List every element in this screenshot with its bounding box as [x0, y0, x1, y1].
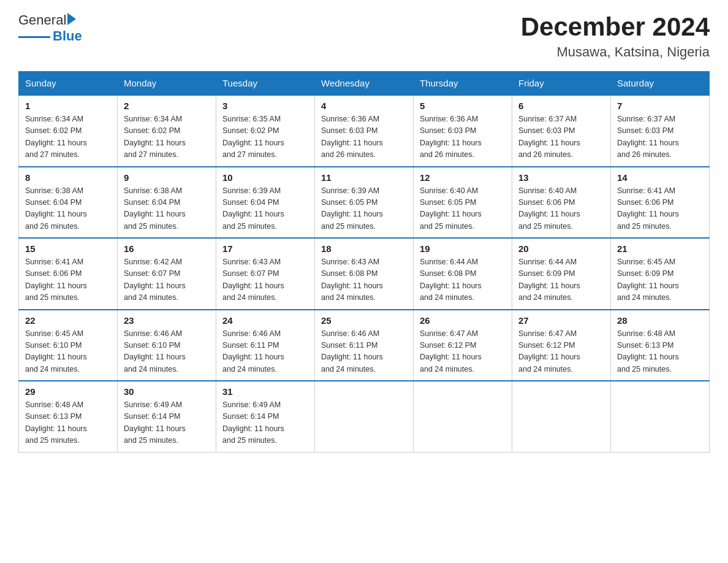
calendar-day-cell: 11Sunrise: 6:39 AMSunset: 6:05 PMDayligh…	[315, 167, 414, 239]
day-info: Sunrise: 6:37 AMSunset: 6:03 PMDaylight:…	[518, 113, 604, 161]
day-info: Sunrise: 6:47 AMSunset: 6:12 PMDaylight:…	[420, 328, 506, 376]
day-info: Sunrise: 6:34 AMSunset: 6:02 PMDaylight:…	[25, 113, 111, 161]
day-info: Sunrise: 6:40 AMSunset: 6:05 PMDaylight:…	[420, 185, 506, 233]
day-info: Sunrise: 6:46 AMSunset: 6:11 PMDaylight:…	[222, 328, 308, 376]
calendar-day-cell: 22Sunrise: 6:45 AMSunset: 6:10 PMDayligh…	[19, 310, 118, 381]
day-info: Sunrise: 6:40 AMSunset: 6:06 PMDaylight:…	[518, 185, 604, 233]
calendar-day-cell: 3Sunrise: 6:35 AMSunset: 6:02 PMDaylight…	[216, 95, 315, 167]
day-info: Sunrise: 6:35 AMSunset: 6:02 PMDaylight:…	[222, 113, 308, 161]
calendar-day-cell: 8Sunrise: 6:38 AMSunset: 6:04 PMDaylight…	[19, 167, 118, 239]
calendar-header-row: SundayMondayTuesdayWednesdayThursdayFrid…	[19, 72, 710, 96]
calendar-day-cell	[414, 381, 512, 452]
day-info: Sunrise: 6:38 AMSunset: 6:04 PMDaylight:…	[124, 185, 210, 233]
calendar-day-cell: 1Sunrise: 6:34 AMSunset: 6:02 PMDaylight…	[19, 95, 118, 167]
calendar-week-row: 15Sunrise: 6:41 AMSunset: 6:06 PMDayligh…	[19, 238, 710, 310]
day-number: 18	[321, 243, 407, 254]
day-number: 9	[124, 172, 210, 183]
day-info: Sunrise: 6:43 AMSunset: 6:07 PMDaylight:…	[222, 256, 308, 304]
calendar-day-cell: 12Sunrise: 6:40 AMSunset: 6:05 PMDayligh…	[414, 167, 512, 239]
day-info: Sunrise: 6:46 AMSunset: 6:10 PMDaylight:…	[124, 328, 210, 376]
day-info: Sunrise: 6:37 AMSunset: 6:03 PMDaylight:…	[617, 113, 703, 161]
day-info: Sunrise: 6:49 AMSunset: 6:14 PMDaylight:…	[222, 399, 308, 447]
day-number: 23	[124, 315, 210, 326]
day-info: Sunrise: 6:36 AMSunset: 6:03 PMDaylight:…	[420, 113, 506, 161]
calendar-title-group: December 2024 Musawa, Katsina, Nigeria	[521, 12, 710, 60]
calendar-day-cell: 4Sunrise: 6:36 AMSunset: 6:03 PMDaylight…	[315, 95, 414, 167]
day-info: Sunrise: 6:34 AMSunset: 6:02 PMDaylight:…	[124, 113, 210, 161]
calendar-day-cell: 20Sunrise: 6:44 AMSunset: 6:09 PMDayligh…	[512, 238, 611, 310]
day-number: 4	[321, 101, 407, 111]
calendar-month-year: December 2024	[521, 12, 710, 42]
page-header: General Blue December 2024 Musawa, Katsi…	[18, 12, 710, 60]
calendar-day-cell: 31Sunrise: 6:49 AMSunset: 6:14 PMDayligh…	[216, 381, 315, 452]
calendar-day-cell: 7Sunrise: 6:37 AMSunset: 6:03 PMDaylight…	[611, 95, 710, 167]
day-number: 12	[420, 172, 506, 183]
day-number: 1	[25, 101, 111, 111]
day-number: 29	[25, 386, 111, 397]
calendar-location: Musawa, Katsina, Nigeria	[521, 44, 710, 60]
day-info: Sunrise: 6:44 AMSunset: 6:09 PMDaylight:…	[518, 256, 604, 304]
calendar-day-cell: 6Sunrise: 6:37 AMSunset: 6:03 PMDaylight…	[512, 95, 611, 167]
weekday-header-tuesday: Tuesday	[216, 72, 315, 96]
calendar-day-cell: 28Sunrise: 6:48 AMSunset: 6:13 PMDayligh…	[611, 310, 710, 381]
calendar-day-cell: 25Sunrise: 6:46 AMSunset: 6:11 PMDayligh…	[315, 310, 414, 381]
logo-triangle-icon	[67, 13, 76, 25]
day-number: 31	[222, 386, 308, 397]
weekday-header-saturday: Saturday	[611, 72, 710, 96]
day-number: 3	[222, 101, 308, 111]
calendar-day-cell: 19Sunrise: 6:44 AMSunset: 6:08 PMDayligh…	[414, 238, 512, 310]
day-number: 20	[518, 243, 604, 254]
logo: General Blue	[18, 12, 82, 44]
calendar-day-cell: 14Sunrise: 6:41 AMSunset: 6:06 PMDayligh…	[611, 167, 710, 239]
day-info: Sunrise: 6:45 AMSunset: 6:09 PMDaylight:…	[617, 256, 703, 304]
calendar-day-cell: 2Sunrise: 6:34 AMSunset: 6:02 PMDaylight…	[118, 95, 216, 167]
calendar-day-cell: 21Sunrise: 6:45 AMSunset: 6:09 PMDayligh…	[611, 238, 710, 310]
day-info: Sunrise: 6:43 AMSunset: 6:08 PMDaylight:…	[321, 256, 407, 304]
logo-blue-text: Blue	[53, 28, 82, 44]
weekday-header-wednesday: Wednesday	[315, 72, 414, 96]
calendar-day-cell: 15Sunrise: 6:41 AMSunset: 6:06 PMDayligh…	[19, 238, 118, 310]
day-number: 5	[420, 101, 506, 111]
calendar-day-cell: 16Sunrise: 6:42 AMSunset: 6:07 PMDayligh…	[118, 238, 216, 310]
day-info: Sunrise: 6:41 AMSunset: 6:06 PMDaylight:…	[617, 185, 703, 233]
day-number: 22	[25, 315, 111, 326]
day-number: 14	[617, 172, 703, 183]
day-info: Sunrise: 6:48 AMSunset: 6:13 PMDaylight:…	[25, 399, 111, 447]
calendar-day-cell: 17Sunrise: 6:43 AMSunset: 6:07 PMDayligh…	[216, 238, 315, 310]
calendar-day-cell: 29Sunrise: 6:48 AMSunset: 6:13 PMDayligh…	[19, 381, 118, 452]
weekday-header-thursday: Thursday	[414, 72, 512, 96]
calendar-day-cell: 13Sunrise: 6:40 AMSunset: 6:06 PMDayligh…	[512, 167, 611, 239]
calendar-day-cell: 10Sunrise: 6:39 AMSunset: 6:04 PMDayligh…	[216, 167, 315, 239]
calendar-day-cell: 9Sunrise: 6:38 AMSunset: 6:04 PMDaylight…	[118, 167, 216, 239]
day-info: Sunrise: 6:39 AMSunset: 6:04 PMDaylight:…	[222, 185, 308, 233]
calendar-week-row: 1Sunrise: 6:34 AMSunset: 6:02 PMDaylight…	[19, 95, 710, 167]
logo-general-text: General	[18, 12, 66, 28]
day-info: Sunrise: 6:45 AMSunset: 6:10 PMDaylight:…	[25, 328, 111, 376]
day-info: Sunrise: 6:39 AMSunset: 6:05 PMDaylight:…	[321, 185, 407, 233]
day-number: 26	[420, 315, 506, 326]
day-number: 25	[321, 315, 407, 326]
day-number: 30	[124, 386, 210, 397]
day-number: 19	[420, 243, 506, 254]
day-info: Sunrise: 6:38 AMSunset: 6:04 PMDaylight:…	[25, 185, 111, 233]
day-number: 10	[222, 172, 308, 183]
weekday-header-friday: Friday	[512, 72, 611, 96]
day-number: 17	[222, 243, 308, 254]
day-number: 21	[617, 243, 703, 254]
calendar-day-cell: 18Sunrise: 6:43 AMSunset: 6:08 PMDayligh…	[315, 238, 414, 310]
calendar-table: SundayMondayTuesdayWednesdayThursdayFrid…	[18, 71, 710, 453]
day-number: 6	[518, 101, 604, 111]
day-info: Sunrise: 6:49 AMSunset: 6:14 PMDaylight:…	[124, 399, 210, 447]
calendar-day-cell	[512, 381, 611, 452]
day-number: 7	[617, 101, 703, 111]
weekday-header-sunday: Sunday	[19, 72, 118, 96]
day-number: 8	[25, 172, 111, 183]
day-number: 15	[25, 243, 111, 254]
logo-line	[18, 36, 50, 38]
calendar-day-cell: 24Sunrise: 6:46 AMSunset: 6:11 PMDayligh…	[216, 310, 315, 381]
day-number: 16	[124, 243, 210, 254]
day-info: Sunrise: 6:48 AMSunset: 6:13 PMDaylight:…	[617, 328, 703, 376]
calendar-day-cell: 27Sunrise: 6:47 AMSunset: 6:12 PMDayligh…	[512, 310, 611, 381]
calendar-day-cell	[315, 381, 414, 452]
day-info: Sunrise: 6:46 AMSunset: 6:11 PMDaylight:…	[321, 328, 407, 376]
